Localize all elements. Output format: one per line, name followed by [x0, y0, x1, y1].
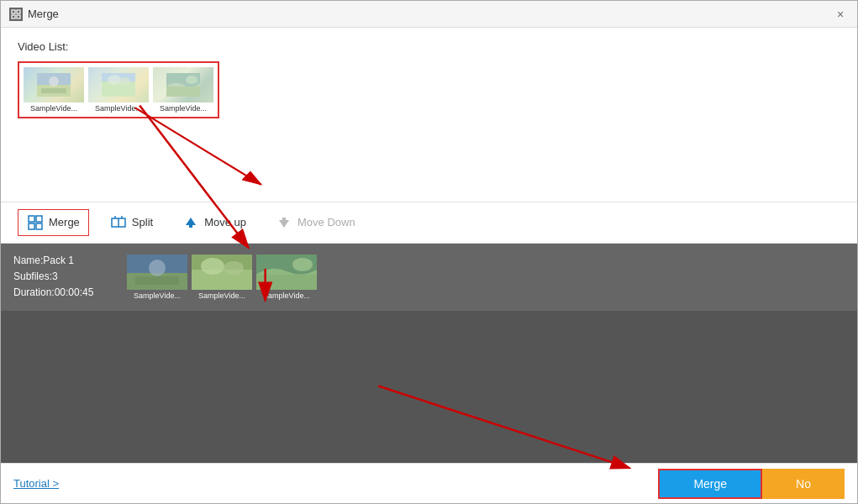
svg-rect-38 [256, 275, 317, 290]
svg-point-6 [49, 76, 59, 87]
svg-rect-28 [282, 218, 286, 220]
thumb-img-2 [88, 67, 149, 102]
svg-rect-3 [17, 15, 20, 18]
svg-rect-34 [192, 270, 252, 290]
thumb-img-1 [24, 67, 84, 102]
move-up-toolbar-button[interactable]: Move up [174, 210, 255, 235]
pack-thumb-img-2 [192, 255, 252, 290]
pack-thumb-label-1: SampleVide... [127, 291, 187, 300]
svg-point-35 [201, 258, 224, 275]
merge-icon [27, 214, 44, 231]
split-toolbar-label: Split [132, 216, 153, 228]
svg-line-16 [135, 108, 261, 184]
footer-buttons: Merge No [658, 469, 845, 499]
svg-point-10 [108, 75, 121, 85]
svg-point-31 [149, 260, 166, 276]
svg-rect-0 [12, 10, 15, 13]
svg-point-39 [292, 258, 313, 271]
svg-rect-20 [36, 223, 42, 229]
pack-thumb-img-1 [127, 255, 187, 290]
video-list-section: Video List: SampleV [1, 28, 857, 202]
svg-point-36 [224, 261, 244, 275]
title-bar: Merge × [1, 1, 857, 28]
svg-point-11 [120, 77, 130, 86]
move-down-toolbar-button: Move Down [267, 210, 364, 235]
pack-thumb-label-2: SampleVide... [192, 291, 252, 300]
move-down-icon [276, 214, 292, 231]
no-button[interactable]: No [762, 469, 845, 499]
title-bar-left: Merge [9, 8, 59, 21]
merge-toolbar-button[interactable]: Merge [18, 209, 89, 236]
merge-button[interactable]: Merge [658, 469, 762, 499]
thumb-bg-1 [24, 67, 84, 102]
window-title: Merge [28, 8, 59, 20]
bottom-area [1, 311, 857, 464]
main-content: Video List: SampleV [1, 28, 857, 463]
pack-thumb-label-3: SampleVide... [256, 291, 317, 300]
svg-rect-9 [102, 81, 135, 97]
footer: Tutorial > Merge No [1, 463, 857, 503]
pack-row[interactable]: Name:Pack 1 Subfiles:3 Duration:00:00:45 [1, 244, 857, 311]
svg-rect-26 [189, 225, 192, 228]
pack-subfiles: Subfiles:3 [13, 269, 114, 285]
thumb-label-1: SampleVide... [24, 104, 84, 113]
move-down-toolbar-label: Move Down [297, 216, 355, 228]
merge-window: Merge × Video List: [0, 0, 858, 504]
pack-thumbnails: SampleVide... SampleVide... [127, 255, 317, 300]
toolbar-section: Merge Split [1, 202, 857, 244]
svg-rect-18 [36, 216, 42, 222]
svg-rect-19 [29, 223, 34, 229]
close-button[interactable]: × [832, 6, 849, 23]
tutorial-link[interactable]: Tutorial > [13, 477, 59, 490]
move-up-toolbar-label: Move up [204, 216, 246, 228]
svg-rect-32 [135, 276, 179, 285]
merge-toolbar-label: Merge [49, 216, 80, 228]
pack-list-section: Name:Pack 1 Subfiles:3 Duration:00:00:45 [1, 244, 857, 311]
video-list-label: Video List: [18, 40, 840, 53]
pack-thumb-3[interactable]: SampleVide... [256, 255, 317, 300]
thumb-bg-2 [88, 67, 149, 102]
video-thumb-2[interactable]: SampleVide... [88, 67, 149, 113]
svg-rect-2 [12, 15, 15, 18]
pack-name: Name:Pack 1 [13, 253, 114, 269]
pack-thumb-2[interactable]: SampleVide... [192, 255, 252, 300]
window-icon [9, 8, 23, 21]
pack-duration: Duration:00:00:45 [13, 285, 114, 301]
thumb-bg-3 [153, 67, 213, 102]
video-thumb-1[interactable]: SampleVide... [24, 67, 84, 113]
split-toolbar-button[interactable]: Split [102, 210, 161, 235]
svg-rect-13 [166, 87, 200, 97]
pack-info: Name:Pack 1 Subfiles:3 Duration:00:00:45 [13, 253, 114, 302]
video-thumb-3[interactable]: SampleVide... [153, 67, 213, 113]
svg-point-14 [186, 76, 197, 84]
thumb-label-3: SampleVide... [153, 104, 213, 113]
pack-thumb-img-3 [256, 255, 317, 290]
move-up-icon [182, 214, 199, 231]
thumb-img-3 [153, 67, 213, 102]
svg-rect-1 [17, 10, 20, 13]
svg-marker-27 [279, 220, 289, 228]
svg-marker-25 [186, 218, 196, 225]
svg-rect-17 [29, 216, 34, 222]
pack-thumb-1[interactable]: SampleVide... [127, 255, 187, 300]
split-icon [110, 214, 127, 231]
thumb-label-2: SampleVide... [88, 104, 149, 113]
video-thumbnails-area: SampleVide... Sam [18, 61, 219, 118]
svg-rect-7 [41, 88, 66, 93]
